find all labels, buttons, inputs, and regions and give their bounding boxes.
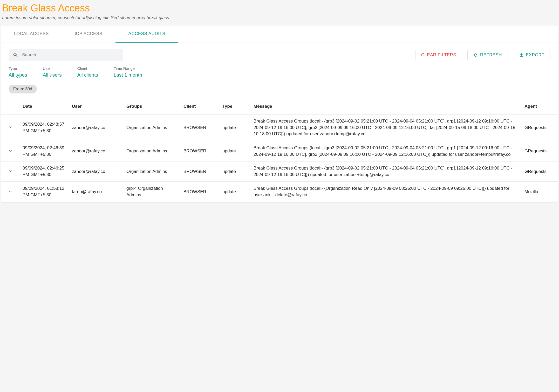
- refresh-icon: [473, 53, 478, 57]
- cell-type: update: [219, 161, 250, 182]
- filter-chip-from[interactable]: From: 30d: [9, 85, 37, 93]
- chevron-down-icon: [145, 73, 148, 77]
- refresh-label: REFRESH: [480, 52, 502, 58]
- chevron-down-icon: [101, 73, 104, 77]
- chevron-down-icon: [64, 73, 67, 77]
- cell-client: BROWSER: [180, 182, 219, 202]
- tab-local-access[interactable]: LOCAL ACCESS: [1, 25, 62, 43]
- cell-date: 09/09/2024, 01:58:12 PM GMT+5:30: [19, 182, 69, 202]
- cell-agent: GRequests: [521, 141, 558, 161]
- expand-row-button[interactable]: [6, 147, 15, 156]
- chevron-down-icon: [8, 125, 13, 130]
- cell-groups: Organization Admins: [123, 114, 180, 141]
- cell-message: Break Glass Access Groups (local:- {grp3…: [250, 161, 521, 182]
- column-client[interactable]: Client: [180, 100, 219, 114]
- main-card: LOCAL ACCESS IDP ACCESS ACCESS AUDITS CL…: [1, 25, 558, 202]
- filter-user-dropdown[interactable]: All users: [43, 72, 67, 78]
- cell-client: BROWSER: [180, 141, 219, 161]
- page-title: Break Glass Access: [2, 3, 557, 14]
- tab-idp-access[interactable]: IDP ACCESS: [62, 25, 115, 43]
- export-button[interactable]: EXPORT: [513, 49, 550, 61]
- cell-date: 09/09/2024, 02:46:25 PM GMT+5:30: [19, 161, 69, 182]
- filter-type-label: Type: [9, 66, 33, 71]
- cell-type: update: [219, 114, 250, 141]
- page-subtitle: Lorem ipsum dolor sit amet, consectetur …: [2, 15, 557, 21]
- download-icon: [519, 53, 524, 57]
- cell-groups: grpr4 Organization Admins: [123, 182, 180, 202]
- column-user[interactable]: User: [69, 100, 123, 114]
- tab-access-audits[interactable]: ACCESS AUDITS: [115, 25, 179, 43]
- filter-timerange-label: Time Range: [114, 66, 148, 71]
- filter-timerange-dropdown[interactable]: Last 1 month: [114, 72, 148, 78]
- export-label: EXPORT: [526, 52, 544, 58]
- column-message[interactable]: Message: [250, 100, 521, 114]
- cell-message: Break Glass Access Groups (local:- {grp3…: [250, 141, 521, 161]
- table-row: 09/09/2024, 02:46:25 PM GMT+5:30zahoor@r…: [1, 161, 558, 182]
- cell-message: Break Glass Access Groups (local:- {grp3…: [250, 114, 521, 141]
- cell-date: 09/09/2024, 02:46:39 PM GMT+5:30: [19, 141, 69, 161]
- filter-type-dropdown[interactable]: All types: [9, 72, 33, 78]
- expand-row-button[interactable]: [6, 187, 15, 197]
- cell-user: zahoor@rafay.co: [69, 114, 123, 141]
- cell-message: Break Glass Access Groups (local:- {Orga…: [250, 182, 521, 202]
- filter-type-value: All types: [9, 72, 27, 78]
- chevron-down-icon: [8, 189, 13, 194]
- cell-client: BROWSER: [180, 114, 219, 141]
- filter-user-value: All users: [43, 72, 62, 78]
- cell-client: BROWSER: [180, 161, 219, 182]
- filter-user-label: User: [43, 66, 67, 71]
- filter-client-label: Client: [77, 66, 104, 71]
- cell-groups: Organization Admins: [123, 141, 180, 161]
- column-date[interactable]: Date: [19, 100, 69, 114]
- clear-filters-button[interactable]: CLEAR FILTERS: [415, 49, 462, 61]
- chevron-down-icon: [30, 73, 33, 77]
- cell-type: update: [219, 182, 250, 202]
- cell-type: update: [219, 141, 250, 161]
- expand-row-button[interactable]: [6, 123, 15, 132]
- filter-timerange-value: Last 1 month: [114, 72, 142, 78]
- refresh-button[interactable]: REFRESH: [467, 49, 508, 61]
- cell-user: tarun@rafay.co: [69, 182, 123, 202]
- cell-agent: GRequests: [521, 114, 558, 141]
- column-agent[interactable]: Agent: [521, 100, 558, 114]
- expand-row-button[interactable]: [6, 167, 15, 176]
- search-box[interactable]: [9, 49, 123, 61]
- clear-filters-label: CLEAR FILTERS: [421, 52, 456, 58]
- table-row: 09/09/2024, 02:46:39 PM GMT+5:30zahoor@r…: [1, 141, 558, 161]
- audit-table: Date User Groups Client Type Message Age…: [1, 100, 558, 202]
- filter-chip-from-label: From: 30d: [13, 87, 32, 91]
- column-groups[interactable]: Groups: [123, 100, 180, 114]
- chevron-down-icon: [8, 168, 13, 174]
- cell-user: zahoor@rafay.co: [69, 161, 123, 182]
- chevron-down-icon: [8, 148, 13, 153]
- column-type[interactable]: Type: [219, 100, 250, 114]
- filter-client-value: All clients: [77, 72, 98, 78]
- table-row: 09/09/2024, 02:48:57 PM GMT+5:30zahoor@r…: [1, 114, 558, 141]
- search-input[interactable]: [22, 52, 119, 58]
- cell-agent: Mozilla: [521, 182, 558, 202]
- cell-agent: GRequests: [521, 161, 558, 182]
- column-expand: [1, 100, 19, 114]
- filter-client-dropdown[interactable]: All clients: [77, 72, 104, 78]
- cell-user: zahoor@rafay.co: [69, 141, 123, 161]
- table-row: 09/09/2024, 01:58:12 PM GMT+5:30tarun@ra…: [1, 182, 558, 202]
- tabs: LOCAL ACCESS IDP ACCESS ACCESS AUDITS: [1, 25, 558, 43]
- cell-date: 09/09/2024, 02:48:57 PM GMT+5:30: [19, 114, 69, 141]
- search-icon: [13, 52, 18, 58]
- cell-groups: Organization Admins: [123, 161, 180, 182]
